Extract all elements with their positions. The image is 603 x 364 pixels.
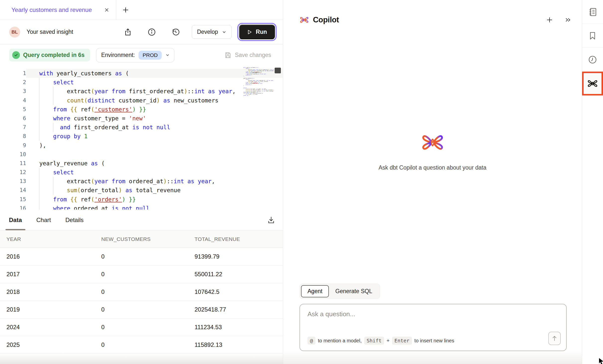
- code-line[interactable]: 1with yearly_customers as (: [0, 69, 283, 78]
- code-line[interactable]: 6 where customer_type = 'new': [0, 114, 283, 123]
- code-line[interactable]: 10: [0, 150, 283, 159]
- code-text: count(distinct customer_id) as new_custo…: [26, 96, 283, 105]
- info-button[interactable]: [148, 28, 156, 36]
- code-line[interactable]: 2 select: [0, 78, 283, 87]
- status-row: Query completed in 6s Environment: PROD …: [0, 44, 283, 66]
- tab-title: Yearly customers and revenue: [11, 6, 103, 13]
- dbt-copilot-logo: [421, 131, 445, 154]
- table-row[interactable]: 20240111234.53: [0, 318, 283, 336]
- table-cell: 0: [101, 288, 195, 295]
- code-text: select: [26, 168, 283, 177]
- download-results-button[interactable]: [267, 216, 275, 224]
- copilot-icon: [587, 78, 598, 89]
- mouse-cursor: [599, 358, 603, 364]
- avatar[interactable]: BL: [9, 27, 20, 38]
- table-row[interactable]: 2016091399.79: [0, 248, 283, 266]
- hint-plus: +: [387, 338, 390, 344]
- copilot-logo-icon: [300, 15, 309, 25]
- code-line[interactable]: 12 select: [0, 168, 283, 177]
- sql-editor[interactable]: 1with yearly_customers as (2 select3 ext…: [0, 66, 283, 210]
- code-text: from {{ ref('customers') }}: [26, 105, 283, 114]
- table-row[interactable]: 201902025418.77: [0, 301, 283, 318]
- column-header-new-customers: NEW_CUSTOMERS: [101, 236, 195, 242]
- code-line[interactable]: 7 and first_ordered_at is not null: [0, 123, 283, 132]
- code-line[interactable]: 8 group by 1: [0, 132, 283, 141]
- code-text: select: [26, 78, 283, 87]
- code-line[interactable]: 13 extract(year from ordered_at)::int as…: [0, 177, 283, 186]
- environment-value-badge: PROD: [139, 51, 162, 60]
- code-lines: 1with yearly_customers as (2 select3 ext…: [0, 69, 283, 210]
- copilot-panel: Copilot: [283, 0, 582, 364]
- sidebar-item-saved[interactable]: [582, 24, 603, 48]
- table-cell: 0: [101, 324, 195, 331]
- info-icon: [148, 28, 156, 36]
- table-row[interactable]: 20180107642.5: [0, 283, 283, 301]
- editor-scrollbar-thumb[interactable]: [275, 68, 281, 73]
- run-label: Run: [256, 29, 267, 35]
- clock-icon: [588, 55, 598, 65]
- new-tab-button[interactable]: [116, 0, 135, 20]
- copilot-empty-text: Ask dbt Copilot a question about your da…: [283, 164, 582, 171]
- copilot-header: Copilot: [300, 13, 571, 27]
- send-question-button[interactable]: [548, 332, 561, 345]
- line-number: 9: [0, 141, 26, 150]
- save-changes-button[interactable]: Save changes: [224, 51, 271, 59]
- tab-data[interactable]: Data: [5, 210, 25, 230]
- code-text: yearly_revenue as (: [26, 159, 283, 168]
- run-button[interactable]: Run: [239, 25, 275, 39]
- close-tab-icon[interactable]: [103, 7, 110, 13]
- table-cell: 0: [101, 271, 195, 278]
- history-button[interactable]: [171, 28, 180, 36]
- table-cell: 2018: [6, 288, 101, 295]
- tab-chart[interactable]: Chart: [33, 210, 54, 230]
- develop-dropdown[interactable]: Develop: [192, 25, 232, 39]
- environment-selector[interactable]: Environment: PROD: [96, 48, 174, 62]
- table-row[interactable]: 20170550011.22: [0, 266, 283, 283]
- mode-agent-button[interactable]: Agent: [301, 285, 329, 297]
- develop-label: Develop: [197, 29, 218, 35]
- collapse-panel-button[interactable]: [564, 16, 571, 23]
- table-cell: 550011.22: [195, 271, 283, 278]
- code-line[interactable]: 4 count(distinct customer_id) as new_cus…: [0, 96, 283, 105]
- copilot-question-input[interactable]: Ask a question... @ to mention a model, …: [300, 304, 567, 351]
- play-icon: [247, 29, 252, 35]
- mode-generate-sql-button[interactable]: Generate SQL: [329, 286, 379, 297]
- chevron-down-icon: [222, 30, 226, 34]
- code-line[interactable]: 15 from {{ ref('orders') }}: [0, 195, 283, 204]
- tab-yearly-customers-and-revenue[interactable]: Yearly customers and revenue: [0, 0, 116, 20]
- input-hint: @ to mention a model, Shift + Enter to i…: [307, 337, 454, 345]
- code-line[interactable]: 14 sum(order_total) as total_revenue: [0, 186, 283, 195]
- double-chevron-right-icon: [564, 16, 571, 23]
- code-text: from {{ ref('orders') }}: [26, 195, 283, 204]
- table-cell: 0: [101, 253, 195, 260]
- share-button[interactable]: [124, 28, 132, 36]
- code-line[interactable]: 16 where ordered_at is not null: [0, 204, 283, 210]
- code-line[interactable]: 3 extract(year from first_ordered_at)::i…: [0, 87, 283, 96]
- line-number: 15: [0, 195, 26, 204]
- table-cell: 2025: [6, 341, 101, 348]
- table-bottom-fade: [0, 354, 283, 364]
- sidebar-item-copilot[interactable]: [582, 72, 603, 95]
- table-row[interactable]: 20250115892.13: [0, 336, 283, 354]
- sidebar-item-history[interactable]: [582, 48, 603, 72]
- hint-mention-text: to mention a model,: [318, 338, 362, 344]
- shift-key-badge: Shift: [364, 337, 384, 345]
- code-text: with yearly_customers as (: [26, 69, 283, 78]
- sidebar-item-notebook[interactable]: [582, 0, 603, 24]
- download-icon: [267, 216, 275, 224]
- code-line[interactable]: 11yearly_revenue as (: [0, 159, 283, 168]
- new-conversation-button[interactable]: [546, 16, 553, 23]
- document-actions: [124, 28, 180, 36]
- table-cell: 0: [101, 341, 195, 348]
- history-icon: [171, 28, 180, 36]
- code-line[interactable]: 9),: [0, 141, 283, 150]
- copilot-header-actions: [546, 16, 571, 23]
- code-text: ),: [26, 141, 283, 150]
- tab-details[interactable]: Details: [62, 210, 87, 230]
- code-line[interactable]: 5 from {{ ref('customers') }}: [0, 105, 283, 114]
- code-text: extract(year from first_ordered_at)::int…: [26, 87, 283, 96]
- table-cell: 2024: [6, 324, 101, 331]
- document-title: Your saved insight: [27, 29, 73, 35]
- line-number: 10: [0, 150, 26, 159]
- copilot-mode-toggle: Agent Generate SQL: [300, 284, 380, 299]
